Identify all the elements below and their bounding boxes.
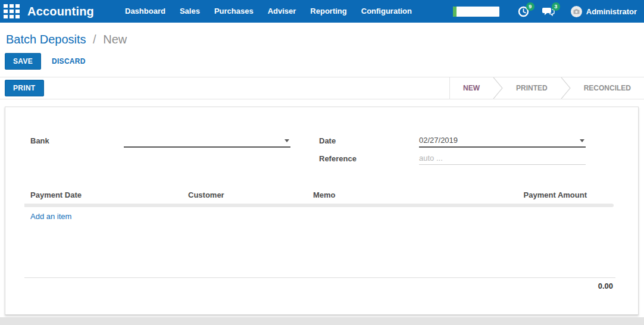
activities-button[interactable]: 9 xyxy=(518,6,529,17)
control-row: PRINT NEW PRINTED RECONCILED xyxy=(0,77,644,99)
systray: 9 3 Administrator xyxy=(453,6,644,17)
menu-adviser[interactable]: Adviser xyxy=(261,0,304,23)
messages-badge: 3 xyxy=(552,2,560,11)
reference-field xyxy=(419,152,586,165)
app-title[interactable]: Accounting xyxy=(27,5,94,18)
column-payment-date[interactable]: Payment Date xyxy=(30,190,188,199)
breadcrumb-current: New xyxy=(103,33,127,46)
total-amount: 0.00 xyxy=(598,282,613,290)
print-button[interactable]: PRINT xyxy=(5,80,44,96)
menu-dashboard[interactable]: Dashboard xyxy=(118,0,173,23)
messages-button[interactable]: 3 xyxy=(542,6,555,17)
user-name: Administrator xyxy=(586,7,637,16)
activities-badge: 9 xyxy=(526,2,534,11)
menu-sales[interactable]: Sales xyxy=(173,0,207,23)
bank-input[interactable] xyxy=(124,135,290,146)
form-sheet: Bank Date xyxy=(5,107,639,315)
chevron-separator-icon xyxy=(561,77,571,99)
apps-menu-button[interactable] xyxy=(0,0,23,23)
avatar xyxy=(571,6,582,17)
table-header-row: Payment Date Customer Memo Payment Amoun… xyxy=(5,188,638,201)
date-field xyxy=(419,135,586,148)
main-menu: Dashboard Sales Purchases Adviser Report… xyxy=(118,0,419,23)
form-action-row: SAVE DISCARD xyxy=(5,53,644,70)
page: Accounting Dashboard Sales Purchases Adv… xyxy=(0,0,644,317)
breadcrumb-separator: / xyxy=(89,33,100,46)
column-payment-amount[interactable]: Payment Amount xyxy=(494,190,613,199)
bank-field xyxy=(124,135,290,148)
column-memo[interactable]: Memo xyxy=(313,190,494,199)
breadcrumb: Batch Deposits / New xyxy=(0,23,644,47)
column-customer[interactable]: Customer xyxy=(188,190,313,199)
table-header-divider xyxy=(24,204,614,207)
form-left-column: Bank xyxy=(30,135,290,170)
discard-button[interactable]: DISCARD xyxy=(52,57,86,65)
camera-icon xyxy=(573,9,580,14)
date-label: Date xyxy=(319,135,419,145)
breadcrumb-batch-deposits[interactable]: Batch Deposits xyxy=(6,33,86,46)
status-pipeline: NEW PRINTED RECONCILED xyxy=(449,77,644,99)
add-an-item-link[interactable]: Add an item xyxy=(5,207,71,221)
payment-lines-table: Payment Date Customer Memo Payment Amoun… xyxy=(5,188,638,221)
reference-label: Reference xyxy=(319,152,419,163)
status-new[interactable]: NEW xyxy=(450,77,493,99)
reference-input[interactable] xyxy=(419,152,586,164)
save-button[interactable]: SAVE xyxy=(5,53,41,70)
top-navbar: Accounting Dashboard Sales Purchases Adv… xyxy=(0,0,644,23)
status-reconciled[interactable]: RECONCILED xyxy=(571,77,644,99)
total-block: 0.00 xyxy=(5,277,638,290)
form-right-column: Date Reference xyxy=(319,135,590,170)
sheet-area: Bank Date xyxy=(0,99,644,315)
form-fields: Bank Date xyxy=(5,135,638,170)
menu-purchases[interactable]: Purchases xyxy=(207,0,261,23)
bank-label: Bank xyxy=(30,135,124,145)
dropdown-caret-icon[interactable] xyxy=(285,139,289,142)
menu-configuration[interactable]: Configuration xyxy=(354,0,419,23)
planner-progress-fill xyxy=(453,7,457,17)
dropdown-caret-icon[interactable] xyxy=(580,139,584,142)
apps-grid-icon xyxy=(4,4,20,18)
chevron-separator-icon xyxy=(493,77,503,99)
status-printed[interactable]: PRINTED xyxy=(503,77,561,99)
menu-reporting[interactable]: Reporting xyxy=(303,0,354,23)
user-menu[interactable]: Administrator xyxy=(571,6,637,17)
date-input[interactable] xyxy=(419,135,586,146)
planner-progress-bar[interactable] xyxy=(453,7,499,17)
